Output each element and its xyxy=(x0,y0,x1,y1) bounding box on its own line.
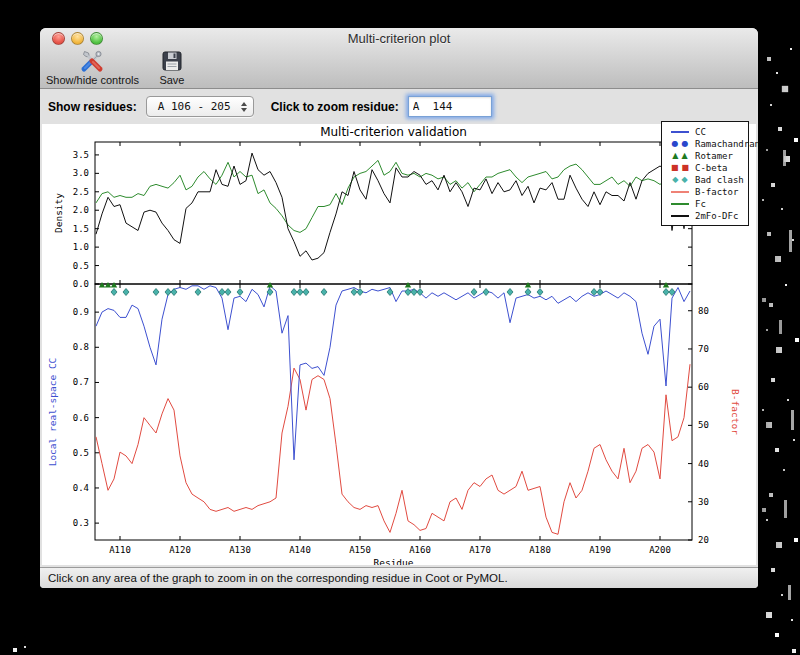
legend-line-swatch xyxy=(667,131,693,133)
legend-diamond-icon: ◆◆ xyxy=(667,176,693,184)
svg-text:0.6: 0.6 xyxy=(73,413,89,423)
plot-canvas[interactable]: Multi-criterion validation0.00.51.01.52.… xyxy=(42,124,756,565)
legend-line-swatch xyxy=(667,191,693,193)
bad-clash-marker xyxy=(507,289,513,296)
svg-text:20: 20 xyxy=(698,535,709,545)
svg-text:A160: A160 xyxy=(409,545,431,555)
title-bar[interactable]: Multi-criterion plot xyxy=(40,28,758,50)
rotamer-outlier-marker xyxy=(405,282,411,288)
bad-clash-marker xyxy=(171,289,177,296)
svg-text:1.0: 1.0 xyxy=(73,242,89,252)
svg-text:3.0: 3.0 xyxy=(73,168,89,178)
svg-text:Multi-criterion validation: Multi-criterion validation xyxy=(320,125,467,139)
series-2mfo-dfc xyxy=(96,153,690,260)
legend-item-2mfo-dfc: 2mFo-DFc xyxy=(667,210,748,222)
screenshot-root: { "window": { "title": "Multi-criterion … xyxy=(0,0,800,655)
svg-text:0.5: 0.5 xyxy=(73,448,89,458)
save-button[interactable]: Save xyxy=(157,48,187,88)
close-button[interactable] xyxy=(52,32,65,45)
plot-legend: CC●●Ramachandran▲▲Rotamer■■C-beta◆◆Bad c… xyxy=(661,121,749,226)
bad-clash-marker xyxy=(297,289,303,296)
bad-clash-marker xyxy=(303,289,309,296)
legend-item-cc: CC xyxy=(667,126,748,138)
svg-text:30: 30 xyxy=(698,497,709,507)
bad-clash-marker xyxy=(471,289,477,296)
legend-square-icon: ■■ xyxy=(667,164,693,172)
svg-text:0.8: 0.8 xyxy=(73,342,89,352)
bad-clash-marker xyxy=(597,289,603,296)
bad-clash-marker xyxy=(195,289,201,296)
svg-text:B-factor: B-factor xyxy=(730,389,741,435)
bottom-axes-frame xyxy=(95,284,692,540)
bad-clash-marker xyxy=(537,289,543,296)
show-residues-value: A 106 - 205 xyxy=(158,100,231,113)
status-bar: Click on any area of the graph to zoom i… xyxy=(40,567,758,588)
legend-item-c-beta: ■■C-beta xyxy=(667,162,748,174)
rotamer-outlier-marker xyxy=(525,282,531,288)
legend-label: Fc xyxy=(695,199,706,209)
svg-text:0.4: 0.4 xyxy=(73,483,89,493)
rotamer-outlier-marker xyxy=(99,282,105,288)
series-cc xyxy=(96,286,690,460)
svg-text:80: 80 xyxy=(698,306,709,316)
zoom-residue-input[interactable] xyxy=(408,96,492,117)
legend-triangle-icon: ▲▲ xyxy=(667,152,693,160)
svg-text:Density: Density xyxy=(53,193,64,233)
legend-label: 2mFo-DFc xyxy=(695,211,738,221)
bad-clash-marker xyxy=(591,289,597,296)
svg-text:3.5: 3.5 xyxy=(73,150,89,160)
bad-clash-marker xyxy=(483,289,489,296)
bad-clash-marker xyxy=(153,289,159,296)
show-hide-controls-label: Show/hide controls xyxy=(46,74,139,86)
minimize-button[interactable] xyxy=(71,32,84,45)
legend-label: C-beta xyxy=(695,163,728,173)
legend-item-ramachandran: ●●Ramachandran xyxy=(667,138,748,150)
svg-text:40: 40 xyxy=(698,459,709,469)
svg-text:Residue: Residue xyxy=(373,557,413,565)
svg-text:60: 60 xyxy=(698,382,709,392)
zoom-window-button[interactable] xyxy=(90,32,103,45)
svg-text:A190: A190 xyxy=(589,545,611,555)
multi-criterion-plot[interactable]: Multi-criterion validation0.00.51.01.52.… xyxy=(42,124,756,565)
tools-icon xyxy=(79,48,105,74)
legend-label: Rotamer xyxy=(695,151,733,161)
svg-text:A200: A200 xyxy=(649,545,671,555)
zoom-residue-label: Click to zoom residue: xyxy=(271,100,399,114)
floppy-save-icon xyxy=(159,48,185,74)
status-text: Click on any area of the graph to zoom i… xyxy=(48,572,508,584)
controls-row: Show residues: A 106 - 205 Click to zoom… xyxy=(40,89,758,124)
rotamer-outlier-marker xyxy=(105,282,111,288)
legend-label: B-factor xyxy=(695,187,738,197)
window-title: Multi-criterion plot xyxy=(40,28,758,50)
window-header: Multi-criterion plot Show/hide controls xyxy=(40,28,758,89)
bad-clash-marker xyxy=(225,289,231,296)
svg-text:0.5: 0.5 xyxy=(73,261,89,271)
bad-clash-marker xyxy=(405,289,411,296)
svg-text:A110: A110 xyxy=(109,545,131,555)
background-noise xyxy=(0,0,2,2)
legend-label: Ramachandran xyxy=(695,139,758,149)
series-fc xyxy=(96,160,690,232)
bad-clash-marker xyxy=(291,289,297,296)
toolbar: Show/hide controls Save xyxy=(40,50,758,88)
show-hide-controls-button[interactable]: Show/hide controls xyxy=(44,48,141,88)
svg-text:A170: A170 xyxy=(469,545,491,555)
rotamer-outlier-marker xyxy=(663,282,669,288)
svg-text:0.3: 0.3 xyxy=(73,518,89,528)
svg-text:A150: A150 xyxy=(349,545,371,555)
legend-item-fc: Fc xyxy=(667,198,748,210)
legend-line-swatch xyxy=(667,215,693,217)
svg-text:Local real-space CC: Local real-space CC xyxy=(47,358,58,467)
bad-clash-marker xyxy=(321,289,327,296)
app-window: Multi-criterion plot Show/hide controls xyxy=(40,28,758,588)
series-b-factor xyxy=(96,364,690,534)
svg-text:2.5: 2.5 xyxy=(73,187,89,197)
svg-text:A120: A120 xyxy=(169,545,191,555)
svg-text:2.0: 2.0 xyxy=(73,205,89,215)
bad-clash-marker xyxy=(165,289,171,296)
show-residues-dropdown[interactable]: A 106 - 205 xyxy=(146,96,254,117)
legend-line-swatch xyxy=(667,203,693,205)
svg-text:0.0: 0.0 xyxy=(73,279,89,289)
svg-text:A140: A140 xyxy=(289,545,311,555)
legend-item-bad-clash: ◆◆Bad clash xyxy=(667,174,748,186)
